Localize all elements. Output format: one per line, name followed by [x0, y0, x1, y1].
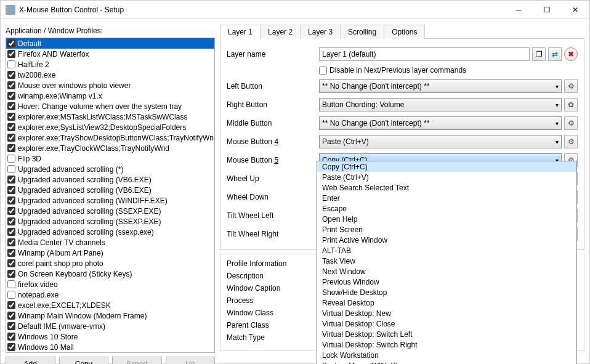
profile-item[interactable]: Upgraded advanced scrolling (ssexp.exe) — [6, 227, 214, 237]
profile-checkbox[interactable] — [7, 207, 15, 215]
profile-item[interactable]: explorer.exe;TrayClockWClass;TrayNotifyW… — [6, 143, 214, 153]
profile-checkbox[interactable] — [7, 123, 15, 131]
profile-checkbox[interactable] — [7, 280, 15, 288]
gear-icon[interactable]: ⚙ — [564, 116, 578, 130]
profile-checkbox[interactable] — [7, 196, 15, 204]
dropdown-option[interactable]: Open Help — [317, 214, 576, 224]
profile-item[interactable]: notepad.exe — [6, 289, 214, 300]
profile-item[interactable]: explorer.exe;TrayShowDesktopButtonWClass… — [6, 132, 214, 143]
profile-checkbox[interactable] — [7, 144, 15, 152]
tab-layer-1[interactable]: Layer 1 — [220, 25, 261, 39]
profile-checkbox[interactable] — [7, 322, 15, 330]
swap-layer-button[interactable]: ⇄ — [548, 47, 562, 61]
button-action-combo[interactable]: ** No Change (Don't intercept) **▾ — [319, 79, 562, 93]
profile-item[interactable]: tw2008.exe — [6, 70, 214, 80]
dropdown-option[interactable]: ALT-TAB — [317, 245, 576, 256]
tab-scrolling[interactable]: Scrolling — [340, 25, 384, 39]
profile-checkbox[interactable] — [7, 176, 15, 184]
profile-item[interactable]: On Screen Keyboard (Sticky Keys) — [6, 269, 214, 279]
profile-item[interactable]: Default IME (vmware-vmx) — [6, 321, 214, 331]
minimize-button[interactable]: ─ — [504, 1, 533, 19]
profile-item[interactable]: Hover: Change volume when over the syste… — [6, 101, 214, 111]
copy-layer-button[interactable]: ❐ — [532, 47, 546, 61]
profile-item[interactable]: explorer.exe;MSTaskListWClass;MSTaskSwWC… — [6, 111, 214, 122]
gear-icon[interactable]: ⚙ — [564, 135, 578, 148]
dropdown-option[interactable]: Previous Window — [317, 277, 576, 287]
dropdown-option[interactable]: Reveal Desktop — [317, 297, 576, 308]
dropdown-option[interactable]: Paste (Ctrl+V) — [317, 172, 576, 182]
dropdown-option[interactable]: Next Window — [317, 266, 576, 277]
profile-checkbox[interactable] — [7, 186, 15, 194]
profile-checkbox[interactable] — [7, 291, 15, 299]
profile-checkbox[interactable] — [7, 71, 15, 79]
profile-item[interactable]: explorer.exe;SysListView32;DesktopSpecia… — [6, 122, 214, 132]
dropdown-option[interactable]: Copy (Ctrl+C) — [317, 161, 576, 172]
profile-checkbox[interactable] — [7, 134, 15, 142]
profile-checkbox[interactable] — [7, 249, 15, 257]
profile-checkbox[interactable] — [7, 333, 15, 341]
dropdown-option[interactable]: Virtual Desktop: Switch Right — [317, 339, 576, 350]
button-action-combo[interactable]: ** No Change (Don't intercept) **▾ — [319, 116, 562, 130]
profile-item[interactable]: HalfLife 2 — [6, 59, 214, 70]
profile-checkbox[interactable] — [7, 228, 15, 236]
profile-checkbox[interactable] — [7, 81, 15, 89]
gear-icon[interactable]: ⚙ — [564, 79, 578, 93]
up-button[interactable]: Up — [166, 357, 216, 364]
profile-item[interactable]: Upgraded advanced scrolling (VB6.EXE) — [6, 174, 214, 185]
dropdown-option[interactable]: Web Search Selected Text — [317, 182, 576, 193]
profile-item[interactable]: Flip 3D — [6, 153, 214, 164]
profile-checkbox[interactable] — [7, 217, 15, 225]
dropdown-option[interactable]: Lock Workstation — [317, 350, 576, 360]
profile-checkbox[interactable] — [7, 39, 15, 47]
profile-item[interactable]: Windows 10 Mail — [6, 342, 214, 352]
profile-checkbox[interactable] — [7, 60, 15, 68]
profile-checkbox[interactable] — [7, 301, 15, 309]
profile-item[interactable]: Mouse over windows photo viewer — [6, 80, 214, 91]
profile-item[interactable]: Firefox AND Waterfox — [6, 49, 214, 59]
tab-layer-2[interactable]: Layer 2 — [260, 25, 301, 39]
profile-checkbox[interactable] — [7, 92, 15, 100]
button-action-combo[interactable]: Button Chording: Volume▾ — [319, 98, 562, 111]
profile-checkbox[interactable] — [7, 102, 15, 110]
profile-item[interactable]: Default — [6, 38, 214, 49]
profile-checkbox[interactable] — [7, 238, 15, 246]
dropdown-option[interactable]: Print Active Window — [317, 235, 576, 245]
maximize-button[interactable]: ☐ — [533, 1, 561, 19]
profile-checkbox[interactable] — [7, 113, 15, 121]
profile-checkbox[interactable] — [7, 50, 15, 58]
profile-checkbox[interactable] — [7, 343, 15, 351]
dropdown-option[interactable]: Virtual Desktop: Switch Left — [317, 329, 576, 339]
button-action-combo[interactable]: Paste (Ctrl+V)▾ — [319, 135, 562, 148]
dropdown-option[interactable]: Virtual Desktop: New — [317, 308, 576, 318]
profile-item[interactable]: Upgraded advanced scrolling (SSEXP.EXE) — [6, 206, 214, 216]
dropdown-option[interactable]: Virtual Desktop: Close — [317, 318, 576, 329]
profile-checkbox[interactable] — [7, 270, 15, 278]
copy-button[interactable]: Copy — [59, 357, 109, 364]
profile-checkbox[interactable] — [7, 312, 15, 320]
profile-item[interactable]: Upgraded advanced scrolling (VB6.EXE) — [6, 185, 214, 195]
dropdown-option[interactable]: Enter — [317, 193, 576, 203]
profile-item[interactable]: Upgraded advanced scrolling (WINDIFF.EXE… — [6, 195, 214, 206]
add-button[interactable]: Add — [6, 357, 55, 364]
layer-name-input[interactable] — [319, 47, 530, 61]
dropdown-option[interactable]: System Menu (WIN+X) — [317, 360, 576, 364]
profile-item[interactable]: winamp.exe;Winamp v1.x — [6, 91, 214, 101]
profile-item[interactable]: Upgraded advanced scrolling (SSEXP.EXE) — [6, 216, 214, 227]
profile-item[interactable]: firefox video — [6, 279, 214, 289]
profile-item[interactable]: Winamp Main Window (Modern Frame) — [6, 310, 214, 321]
profile-checkbox[interactable] — [7, 155, 15, 163]
dropdown-option[interactable]: Print Screen — [317, 224, 576, 235]
profiles-list[interactable]: DefaultFirefox AND WaterfoxHalfLife 2tw2… — [6, 38, 215, 353]
profile-item[interactable]: excel.exe;EXCEL7;XLDESK — [6, 300, 214, 310]
profile-checkbox[interactable] — [7, 259, 15, 267]
dropdown-option[interactable]: Escape — [317, 203, 576, 214]
profile-item[interactable]: corel paint shop pro photo — [6, 258, 214, 269]
profile-checkbox[interactable] — [7, 165, 15, 173]
delete-layer-button[interactable]: ✖ — [564, 47, 578, 61]
dropdown-option[interactable]: Show/Hide Desktop — [317, 287, 576, 297]
close-button[interactable]: ✕ — [561, 1, 589, 19]
profile-item[interactable]: Winamp (Album Art Pane) — [6, 248, 214, 258]
disable-checkbox[interactable] — [319, 67, 327, 75]
tab-layer-3[interactable]: Layer 3 — [300, 25, 341, 39]
mouse-button5-dropdown-list[interactable]: Copy (Ctrl+C)Paste (Ctrl+V)Web Search Se… — [317, 161, 577, 364]
